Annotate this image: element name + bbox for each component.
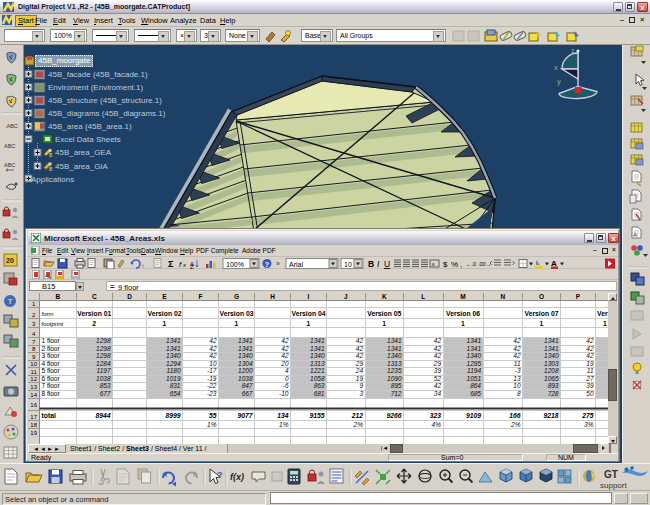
svg-text:13: 13: [513, 375, 521, 382]
svg-text:42: 42: [209, 352, 217, 359]
svg-text:9218: 9218: [543, 412, 558, 419]
svg-text:Version 03: Version 03: [219, 310, 253, 317]
svg-text:18: 18: [30, 422, 37, 428]
svg-text:1: 1: [603, 320, 607, 327]
svg-text:G: G: [234, 293, 239, 300]
svg-text:1235: 1235: [387, 367, 402, 374]
svg-text:ABC: ABC: [4, 162, 15, 168]
svg-text:29: 29: [355, 360, 364, 367]
svg-text:4: 4: [285, 367, 289, 374]
svg-text:42: 42: [513, 337, 521, 344]
svg-text:12: 12: [30, 376, 37, 382]
svg-text:Arial: Arial: [289, 261, 303, 268]
svg-text:3%: 3%: [584, 421, 594, 428]
svg-text:1340: 1340: [387, 352, 402, 359]
svg-text:1038: 1038: [96, 375, 111, 382]
svg-text:212: 212: [351, 412, 364, 419]
svg-text:42: 42: [281, 337, 289, 344]
svg-text:-19: -19: [207, 375, 217, 382]
svg-text:10: 10: [30, 361, 37, 367]
svg-text:16: 16: [30, 402, 37, 408]
svg-text:42: 42: [434, 337, 442, 344]
svg-text:$: $: [443, 260, 448, 269]
svg-text:5 floor: 5 floor: [42, 367, 61, 374]
svg-text:f: f: [179, 260, 182, 269]
svg-text:20: 20: [6, 257, 14, 264]
svg-text:B: B: [368, 259, 374, 269]
svg-text:52: 52: [434, 375, 442, 382]
svg-text:0: 0: [285, 375, 289, 382]
svg-text:8 floor: 8 floor: [42, 390, 61, 397]
svg-text:42: 42: [586, 345, 594, 352]
svg-text:1340: 1340: [467, 352, 482, 359]
svg-text:P: P: [576, 293, 581, 300]
svg-text:Version 04: Version 04: [291, 310, 325, 317]
svg-text:form: form: [42, 311, 54, 317]
svg-text:B: B: [49, 152, 53, 158]
svg-text:x: x: [182, 262, 187, 268]
svg-text:42: 42: [434, 382, 442, 389]
svg-text:853: 853: [100, 382, 111, 389]
svg-text:1%: 1%: [207, 421, 217, 428]
svg-text:B: B: [55, 293, 60, 300]
svg-text:42: 42: [586, 352, 594, 359]
svg-text:Version 06: Version 06: [446, 310, 480, 317]
svg-text:166: 166: [509, 412, 521, 419]
svg-text:1298: 1298: [96, 345, 111, 352]
svg-text:11: 11: [31, 369, 38, 375]
svg-text:1200: 1200: [238, 367, 253, 374]
svg-text:1313: 1313: [310, 360, 325, 367]
svg-text:42: 42: [356, 345, 364, 352]
svg-text:4%: 4%: [432, 421, 442, 428]
svg-text:1284: 1284: [96, 360, 111, 367]
svg-text:2: 2: [92, 320, 96, 327]
svg-text:42: 42: [356, 337, 364, 344]
svg-text:42: 42: [513, 345, 521, 352]
svg-text:685: 685: [470, 390, 481, 397]
svg-text:1019: 1019: [166, 375, 181, 382]
svg-text:10: 10: [344, 261, 352, 268]
svg-text:19: 19: [586, 360, 594, 367]
svg-text:Versi: Versi: [597, 310, 608, 317]
svg-text:42: 42: [356, 352, 364, 359]
svg-text:20: 20: [280, 360, 289, 367]
svg-text:-6: -6: [283, 382, 289, 389]
svg-text:863: 863: [314, 382, 325, 389]
svg-text:f(x): f(x): [230, 472, 244, 482]
svg-text:B: B: [49, 166, 53, 172]
svg-text:14: 14: [30, 392, 37, 398]
svg-text:3 floor: 3 floor: [42, 352, 61, 359]
svg-text:1341: 1341: [467, 337, 482, 344]
svg-text:1 floor: 1 floor: [42, 337, 61, 344]
svg-text:1295: 1295: [467, 360, 482, 367]
svg-text:1208: 1208: [544, 367, 559, 374]
svg-text:1: 1: [235, 320, 239, 327]
svg-text:847: 847: [242, 382, 253, 389]
svg-text:10: 10: [513, 382, 521, 389]
svg-text:831: 831: [170, 382, 181, 389]
svg-text:footprint: footprint: [42, 321, 64, 327]
svg-text:F: F: [199, 293, 203, 300]
svg-text:1197: 1197: [97, 367, 111, 374]
svg-text:D: D: [127, 293, 132, 300]
svg-text:8: 8: [517, 390, 521, 397]
svg-text:42: 42: [434, 352, 442, 359]
svg-text:.ABC: .ABC: [5, 123, 18, 129]
svg-text:1: 1: [307, 320, 311, 327]
svg-text:42: 42: [513, 352, 521, 359]
svg-text:1341: 1341: [166, 345, 181, 352]
svg-text:677: 677: [100, 390, 111, 397]
svg-text:19: 19: [30, 430, 37, 436]
svg-text:1340: 1340: [166, 352, 181, 359]
svg-text:,: ,: [460, 260, 462, 269]
svg-text:42: 42: [209, 345, 217, 352]
svg-text:1051: 1051: [467, 375, 482, 382]
svg-text:1: 1: [382, 320, 386, 327]
svg-text:728: 728: [548, 390, 559, 397]
svg-text:1180: 1180: [167, 367, 181, 374]
svg-text:34: 34: [434, 390, 442, 397]
svg-text:a: a: [432, 261, 436, 267]
svg-text:13: 13: [30, 384, 37, 390]
svg-text:2%: 2%: [353, 421, 364, 428]
svg-text:ABC: ABC: [4, 143, 15, 149]
